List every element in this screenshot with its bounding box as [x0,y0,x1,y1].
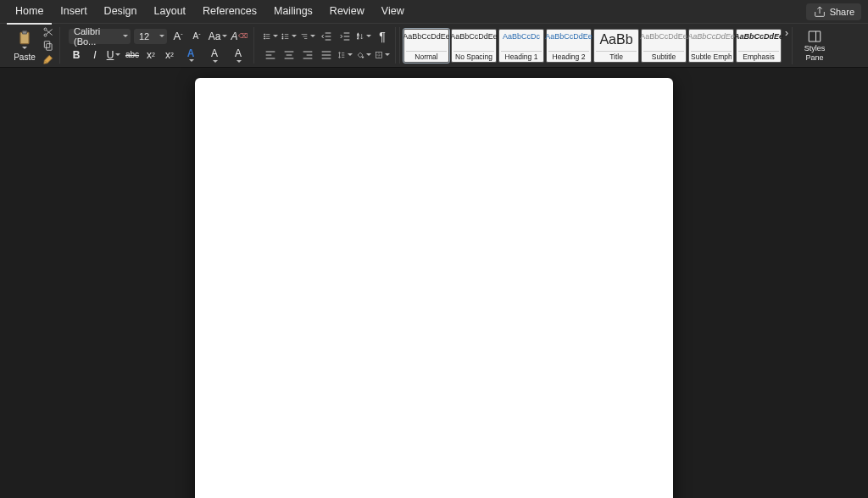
tab-view[interactable]: View [373,0,413,23]
line-spacing-button[interactable] [337,47,353,63]
grow-font-button[interactable]: Aˆ [170,29,186,44]
style-sample: AaBbCcDdEe [545,32,593,41]
svg-point-3 [44,28,47,30]
style-tile-no-spacing[interactable]: AaBbCcDdEeNo Spacing [451,29,497,63]
style-label: Normal [406,51,447,61]
svg-point-44 [362,56,364,58]
svg-point-2 [44,34,47,36]
bold-button[interactable]: B [69,47,84,63]
svg-rect-4 [47,43,52,50]
tab-review[interactable]: Review [321,0,373,23]
style-tile-heading-2[interactable]: AaBbCcDdEeHeading 2 [546,29,592,63]
borders-button[interactable] [375,47,390,63]
multilevel-list-button[interactable] [300,29,315,44]
change-case-button[interactable]: Aa [208,29,228,44]
caret-up-icon: ˆ [181,33,182,39]
highlight-button[interactable]: A [204,47,225,63]
grow-font-label: A [173,30,181,42]
shading-button[interactable] [356,47,371,63]
style-tile-subtle-emph-[interactable]: AaBbCcDdEeSubtle Emph... [688,29,734,63]
styles-more-button[interactable]: › [785,27,788,64]
document-area [0,68,868,498]
font-family-combo[interactable]: Calibri (Bo... [69,29,131,44]
tab-design[interactable]: Design [96,0,146,23]
font-size-combo[interactable]: 12 [134,29,167,44]
style-label: Subtitle [643,51,684,61]
subscript-button[interactable]: x2 [143,47,159,63]
style-tile-subtitle[interactable]: AaBbCcDdEeSubtitle [641,29,687,63]
style-label: No Spacing [453,51,494,61]
style-tile-emphasis[interactable]: AaBbCcDdEeEmphasis [736,29,782,63]
align-right-button[interactable] [300,47,315,63]
show-marks-button[interactable]: ¶ [375,29,390,44]
styles-pane-line1: Styles [804,45,826,53]
svg-rect-5 [44,41,49,47]
underline-button[interactable]: U [106,47,121,63]
shrink-font-label: A [192,31,198,41]
share-button[interactable]: Share [806,3,861,20]
copy-icon [42,39,54,53]
font-color-letter: A [235,47,242,59]
clipboard-icon [16,30,33,47]
borders-icon [375,48,383,62]
svg-text:3: 3 [282,37,284,40]
font-family-value: Calibri (Bo... [74,26,121,47]
style-label: Title [596,51,637,61]
font-group: Calibri (Bo... 12 Aˆ Aˇ Aa A⌫ [64,27,254,64]
bulleted-list-button[interactable] [263,29,278,44]
document-page[interactable] [195,78,673,498]
tab-references[interactable]: References [194,0,265,23]
increase-indent-button[interactable] [337,29,353,44]
font-color-button[interactable]: A [228,47,248,63]
style-sample: AaBbCcDdEe [734,32,783,41]
paintbucket-icon [356,48,364,62]
strikethrough-button[interactable]: abc [125,47,140,63]
decrease-indent-button[interactable] [319,29,334,44]
shrink-font-button[interactable]: Aˇ [189,29,204,44]
style-label: Heading 2 [548,51,589,61]
clear-formatting-button[interactable]: A⌫ [231,29,247,44]
style-tile-heading-1[interactable]: AaBbCcDcHeading 1 [498,29,544,63]
align-left-button[interactable] [263,47,278,63]
svg-point-10 [264,37,264,38]
justify-icon [320,48,333,62]
superscript-button[interactable]: x2 [162,47,177,63]
strikethrough-label: abc [125,50,139,59]
bullets-icon [263,30,271,43]
multilevel-icon [300,30,309,43]
paste-button[interactable]: Paste [10,27,39,64]
format-painter-button[interactable] [42,53,54,65]
sub-indicator: 2 [152,52,155,58]
style-sample: AaBbCcDdEe [687,32,735,41]
text-effects-label: A [187,47,195,59]
sort-button[interactable]: AZ [356,29,371,44]
tab-insert[interactable]: Insert [52,0,95,23]
tab-home[interactable]: Home [7,0,52,25]
svg-text:A: A [357,33,359,36]
font-size-value: 12 [139,31,149,42]
share-label: Share [830,7,854,17]
bold-label: B [73,49,81,61]
numbered-list-button[interactable]: 123 [281,29,297,44]
svg-point-6 [264,33,264,34]
tab-layout[interactable]: Layout [146,0,195,23]
pilcrow-icon: ¶ [379,30,386,43]
tab-mailings[interactable]: Mailings [265,0,321,23]
align-center-button[interactable] [281,47,297,63]
style-tile-title[interactable]: AaBbTitle [593,29,639,63]
align-center-icon [282,48,296,62]
svg-point-8 [264,36,264,36]
text-effects-button[interactable]: A [181,47,201,63]
sup-indicator: 2 [170,52,174,58]
italic-button[interactable]: I [87,47,103,63]
copy-button[interactable] [42,40,54,52]
justify-button[interactable] [319,47,334,63]
cut-button[interactable] [42,26,54,38]
styles-pane-icon [806,29,823,44]
clear-formatting-label: A [231,30,238,42]
styles-pane-line2: Pane [805,54,823,63]
style-label: Heading 1 [501,51,542,61]
style-tile-normal[interactable]: AaBbCcDdEeNormal [403,29,449,63]
italic-label: I [93,49,96,61]
styles-pane-button[interactable]: Styles Pane [792,27,833,64]
